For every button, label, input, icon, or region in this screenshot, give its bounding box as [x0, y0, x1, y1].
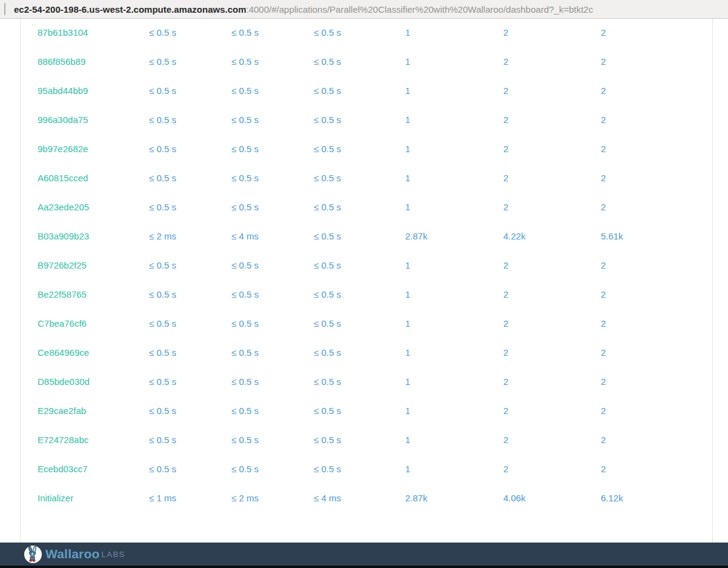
count-value: 5.61k: [601, 231, 712, 241]
step-name-link[interactable]: 87b61b3104: [38, 27, 149, 38]
latency-value: ≤ 2 ms: [231, 493, 314, 503]
count-value: 1: [405, 406, 503, 416]
count-value: 1: [405, 318, 503, 329]
count-value: 1: [405, 464, 503, 474]
count-value: 2: [601, 406, 712, 416]
count-value: 2: [601, 464, 712, 474]
count-value: 1: [405, 27, 503, 38]
count-value: 2: [601, 85, 712, 96]
latency-value: ≤ 0.5 s: [149, 173, 231, 183]
latency-value: ≤ 0.5 s: [231, 464, 314, 474]
count-value: 1: [405, 202, 503, 212]
url-domain: ec2-54-200-198-6.us-west-2.compute.amazo…: [14, 4, 247, 15]
step-name-link[interactable]: E724728abc: [38, 435, 149, 445]
step-name-link[interactable]: Aa23ede205: [38, 202, 149, 212]
footer-bar: Wallaroo LABS: [0, 543, 728, 566]
latency-value: ≤ 0.5 s: [149, 260, 231, 270]
latency-value: ≤ 4 ms: [314, 493, 405, 503]
table-row: A60815cced≤ 0.5 s≤ 0.5 s≤ 0.5 s122: [38, 163, 712, 192]
table-row: 95abd44bb9≤ 0.5 s≤ 0.5 s≤ 0.5 s122: [38, 76, 712, 105]
url-path: :4000/#/applications/Parallel%20Classifi…: [247, 4, 594, 15]
count-value: 2: [503, 435, 601, 445]
count-value: 2: [503, 318, 601, 329]
count-value: 2: [503, 85, 601, 96]
latency-value: ≤ 2 ms: [149, 231, 231, 241]
count-value: 1: [405, 376, 503, 387]
step-name-link[interactable]: D85bde030d: [38, 376, 149, 387]
count-value: 2.87k: [405, 493, 503, 503]
latency-value: ≤ 0.5 s: [149, 406, 231, 416]
table-row: Aa23ede205≤ 0.5 s≤ 0.5 s≤ 0.5 s122: [38, 192, 712, 221]
step-name-link[interactable]: 996a30da75: [38, 115, 149, 125]
latency-value: ≤ 0.5 s: [314, 202, 405, 212]
latency-value: ≤ 0.5 s: [231, 376, 314, 387]
wallaroo-logo-icon: [24, 545, 42, 564]
table-row: Ce864969ce≤ 0.5 s≤ 0.5 s≤ 0.5 s122: [38, 338, 712, 367]
count-value: 2: [601, 173, 712, 183]
step-name-link[interactable]: Initializer: [38, 493, 149, 503]
latency-value: ≤ 0.5 s: [149, 347, 231, 358]
latency-value: ≤ 0.5 s: [231, 144, 314, 154]
step-name-link[interactable]: E29cae2fab: [38, 406, 149, 416]
latency-value: ≤ 0.5 s: [314, 260, 405, 270]
latency-value: ≤ 0.5 s: [231, 27, 314, 38]
latency-value: ≤ 0.5 s: [314, 347, 405, 358]
latency-value: ≤ 0.5 s: [231, 347, 314, 358]
step-name-link[interactable]: Ce864969ce: [38, 347, 149, 358]
table-row: B9726b2f25≤ 0.5 s≤ 0.5 s≤ 0.5 s122: [38, 250, 712, 279]
count-value: 2: [503, 464, 601, 474]
count-value: 4.06k: [503, 493, 601, 503]
latency-value: ≤ 0.5 s: [149, 464, 231, 474]
count-value: 1: [405, 347, 503, 358]
latency-value: ≤ 4 ms: [231, 231, 314, 241]
count-value: 2: [503, 144, 601, 154]
count-value: 2: [503, 376, 601, 387]
count-value: 1: [405, 144, 503, 154]
footer-bottom-strip: [0, 566, 728, 568]
latency-value: ≤ 0.5 s: [149, 202, 231, 212]
latency-value: ≤ 0.5 s: [231, 289, 314, 299]
latency-value: ≤ 0.5 s: [314, 318, 405, 329]
latency-value: ≤ 0.5 s: [231, 173, 314, 183]
count-value: 2: [601, 115, 712, 125]
count-value: 2: [503, 289, 601, 299]
latency-value: ≤ 0.5 s: [231, 202, 314, 212]
address-bar[interactable]: ec2-54-200-198-6.us-west-2.compute.amazo…: [0, 0, 728, 19]
step-name-link[interactable]: 886f856b89: [38, 56, 149, 67]
step-name-link[interactable]: 9b97e2682e: [38, 144, 149, 154]
step-name-link[interactable]: B9726b2f25: [38, 260, 149, 270]
latency-value: ≤ 0.5 s: [231, 435, 314, 445]
count-value: 1: [405, 85, 503, 96]
count-value: 2: [601, 260, 712, 270]
latency-value: ≤ 0.5 s: [314, 115, 405, 125]
latency-value: ≤ 0.5 s: [314, 56, 405, 67]
latency-value: ≤ 0.5 s: [231, 260, 314, 270]
step-name-link[interactable]: 95abd44bb9: [38, 85, 149, 96]
table-row: D85bde030d≤ 0.5 s≤ 0.5 s≤ 0.5 s122: [38, 367, 712, 396]
count-value: 1: [405, 56, 503, 67]
latency-value: ≤ 0.5 s: [149, 85, 231, 96]
step-name-link[interactable]: C7bea76cf6: [38, 318, 149, 329]
latency-value: ≤ 0.5 s: [314, 376, 405, 387]
latency-value: ≤ 0.5 s: [314, 435, 405, 445]
count-value: 2: [503, 56, 601, 67]
latency-value: ≤ 0.5 s: [314, 464, 405, 474]
table-row: B03a909b23≤ 2 ms≤ 4 ms≤ 0.5 s2.87k4.22k5…: [38, 221, 712, 250]
count-value: 6.12k: [601, 493, 712, 503]
latency-value: ≤ 0.5 s: [314, 289, 405, 299]
count-value: 2: [601, 347, 712, 358]
step-name-link[interactable]: Be22f58765: [38, 289, 149, 299]
latency-value: ≤ 0.5 s: [149, 435, 231, 445]
latency-value: ≤ 1 ms: [149, 493, 231, 503]
count-value: 2: [503, 347, 601, 358]
step-name-link[interactable]: B03a909b23: [38, 231, 149, 241]
step-name-link[interactable]: Ecebd03cc7: [38, 464, 149, 474]
table-row: E29cae2fab≤ 0.5 s≤ 0.5 s≤ 0.5 s122: [38, 396, 712, 425]
dashboard-panel: 87b61b3104≤ 0.5 s≤ 0.5 s≤ 0.5 s122886f85…: [20, 19, 713, 556]
table-row: 9b97e2682e≤ 0.5 s≤ 0.5 s≤ 0.5 s122: [38, 134, 712, 163]
latency-value: ≤ 0.5 s: [149, 318, 231, 329]
latency-value: ≤ 0.5 s: [314, 406, 405, 416]
step-name-link[interactable]: A60815cced: [38, 173, 149, 183]
latency-value: ≤ 0.5 s: [149, 144, 231, 154]
latency-value: ≤ 0.5 s: [314, 85, 405, 96]
